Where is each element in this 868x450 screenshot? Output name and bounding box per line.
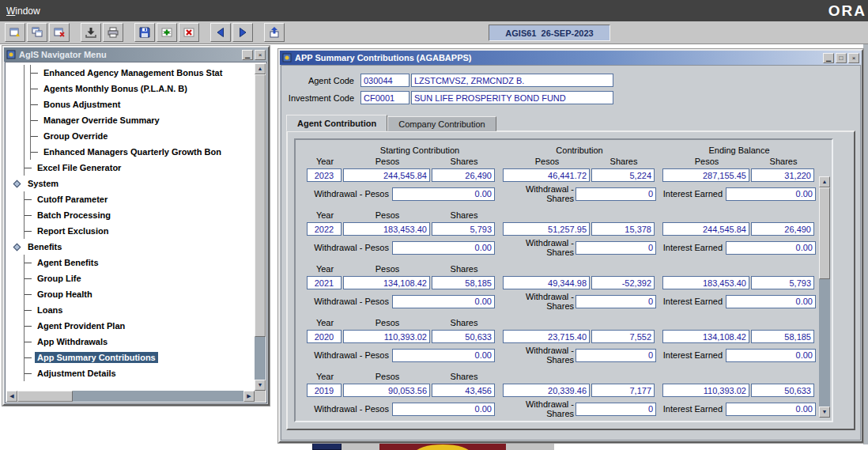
scrollbar-track[interactable] [17, 391, 243, 402]
starting-pesos-field[interactable]: 90,053.56 [343, 384, 430, 397]
starting-pesos-field[interactable]: 244,545.84 [343, 168, 430, 182]
ending-shares-field[interactable]: 50,633 [751, 384, 814, 397]
withdrawal-shares-field[interactable]: 0 [576, 241, 656, 255]
withdrawal-pesos-field[interactable]: 0.00 [392, 403, 495, 416]
contribution-pesos-field[interactable]: 51,257.95 [503, 222, 590, 236]
scroll-up-icon[interactable]: ▲ [255, 63, 266, 74]
contribution-shares-field[interactable]: 7,552 [591, 330, 655, 343]
ending-pesos-field[interactable]: 183,453.40 [662, 276, 749, 289]
tree-item-system[interactable]: System [8, 176, 253, 191]
scrollbar-thumb[interactable] [17, 391, 73, 402]
year-field[interactable]: 2019 [307, 384, 342, 397]
tree-item-group-life[interactable]: Group Life [25, 270, 253, 286]
ending-shares-field[interactable]: 31,220 [751, 168, 814, 182]
starting-shares-field[interactable]: 43,456 [432, 384, 495, 397]
scrollbar-track[interactable] [819, 187, 830, 407]
records-vertical-scrollbar[interactable]: ▲ ▼ [819, 176, 830, 418]
tree-item-agents-monthly-bonus[interactable]: Agents Monthly Bonus (P.L.A.N. B) [31, 81, 253, 96]
window-cascade-button[interactable] [27, 23, 47, 42]
tab-agent-contribution[interactable]: Agent Contribution [286, 115, 387, 131]
withdrawal-pesos-field[interactable]: 0.00 [392, 187, 495, 201]
tree-item-adjustment-details[interactable]: Adjustment Details [25, 365, 253, 381]
agent-code-field[interactable]: 030044 [360, 74, 409, 87]
tree-item-enhanced-managers-quarterly-growth-bonus[interactable]: Enhanced Managers Quarterly Growth Bon [31, 144, 253, 160]
interest-earned-field[interactable]: 0.00 [726, 295, 816, 308]
tree-item-benefits[interactable]: Benefits [8, 239, 253, 255]
ending-shares-field[interactable]: 26,490 [751, 222, 814, 236]
minimize-icon[interactable]: ▁ [823, 53, 834, 63]
starting-shares-field[interactable]: 26,490 [432, 168, 495, 182]
year-field[interactable]: 2020 [307, 330, 342, 343]
scroll-right-icon[interactable]: ▶ [243, 391, 255, 402]
window-new-button[interactable] [5, 23, 25, 42]
starting-shares-field[interactable]: 58,185 [432, 276, 495, 289]
starting-shares-field[interactable]: 50,633 [432, 330, 495, 343]
scroll-down-icon[interactable]: ▼ [819, 407, 830, 418]
tab-company-contribution[interactable]: Company Contribution [387, 116, 496, 131]
form-titlebar[interactable]: APP Summary Contributions (AGABAPPS) ▁ □… [280, 51, 862, 65]
close-icon[interactable]: × [255, 50, 266, 60]
insert-record-button[interactable] [157, 23, 177, 42]
save-button[interactable] [134, 23, 155, 42]
contribution-shares-field[interactable]: -52,392 [591, 276, 655, 289]
scrollbar-track[interactable] [255, 74, 266, 380]
tree-item-enhanced-agency-management-bonus-stat[interactable]: Enhanced Agency Management Bonus Stat [31, 65, 253, 81]
interest-earned-field[interactable]: 0.00 [726, 187, 816, 201]
expand-toggle-icon[interactable] [13, 180, 21, 187]
navigator-horizontal-scrollbar[interactable]: ◀ ▶ [6, 391, 255, 402]
scrollbar-thumb[interactable] [819, 187, 830, 279]
withdrawal-pesos-field[interactable]: 0.00 [392, 295, 495, 308]
ending-pesos-field[interactable]: 244,545.84 [662, 222, 749, 236]
tree-item-app-summary-contributions[interactable]: App Summary Contributions [25, 350, 253, 365]
withdrawal-shares-field[interactable]: 0 [576, 187, 656, 201]
navigator-titlebar[interactable]: AgIS Navigator Menu ▁ × [4, 47, 268, 62]
contribution-shares-field[interactable]: 7,177 [591, 384, 655, 397]
window-close-button[interactable] [49, 23, 70, 42]
starting-pesos-field[interactable]: 183,453.40 [343, 222, 430, 236]
year-field[interactable]: 2021 [307, 276, 342, 289]
tree-item-bonus-adjustment[interactable]: Bonus Adjustment [31, 96, 253, 112]
interest-earned-field[interactable]: 0.00 [726, 403, 816, 416]
withdrawal-pesos-field[interactable]: 0.00 [392, 241, 495, 255]
tree-item-cutoff-parameter[interactable]: Cutoff Parameter [25, 191, 253, 207]
minimize-icon[interactable]: ▁ [242, 50, 253, 60]
scroll-down-icon[interactable]: ▼ [255, 380, 266, 391]
investment-code-field[interactable]: CF0001 [360, 91, 409, 104]
tree-item-excel-file-generator[interactable]: Excel File Generator [25, 160, 253, 176]
close-icon[interactable]: × [848, 53, 859, 63]
menu-window[interactable]: Window [6, 6, 40, 17]
delete-record-button[interactable] [179, 23, 199, 42]
ending-shares-field[interactable]: 5,793 [751, 276, 814, 289]
contribution-shares-field[interactable]: 15,378 [591, 222, 655, 236]
year-field[interactable]: 2023 [307, 168, 342, 182]
ending-shares-field[interactable]: 58,185 [751, 330, 814, 343]
contribution-pesos-field[interactable]: 20,339.46 [503, 384, 590, 397]
navigator-vertical-scrollbar[interactable]: ▲ ▼ [255, 63, 266, 391]
tree-item-loans[interactable]: Loans [25, 302, 253, 318]
scrollbar-thumb[interactable] [255, 74, 266, 337]
withdrawal-shares-field[interactable]: 0 [576, 295, 656, 308]
tree-item-agent-provident-plan[interactable]: Agent Provident Plan [25, 318, 253, 334]
previous-record-button[interactable] [210, 23, 231, 42]
investment-name-field[interactable]: SUN LIFE PROSPERITY BOND FUND [411, 91, 613, 104]
ending-pesos-field[interactable]: 287,155.45 [662, 168, 749, 182]
withdrawal-pesos-field[interactable]: 0.00 [392, 349, 495, 362]
tree-item-batch-processing[interactable]: Batch Processing [25, 207, 253, 223]
tree-item-group-override[interactable]: Group Override [31, 128, 253, 144]
interest-earned-field[interactable]: 0.00 [726, 241, 816, 255]
agent-name-field[interactable]: LZSTCMVSZ, ZRMCNDZ B. [411, 74, 613, 87]
withdrawal-shares-field[interactable]: 0 [576, 403, 656, 416]
contribution-pesos-field[interactable]: 23,715.40 [503, 330, 590, 343]
contribution-shares-field[interactable]: 5,224 [591, 168, 655, 182]
tree-item-manager-override-summary[interactable]: Manager Override Summary [31, 112, 253, 128]
ending-pesos-field[interactable]: 110,393.02 [662, 384, 749, 397]
starting-pesos-field[interactable]: 134,108.42 [343, 276, 430, 289]
contribution-pesos-field[interactable]: 46,441.72 [503, 168, 590, 182]
year-field[interactable]: 2022 [307, 222, 342, 236]
tree-item-agent-benefits[interactable]: Agent Benefits [25, 255, 253, 270]
print-button[interactable] [103, 23, 123, 42]
next-record-button[interactable] [232, 23, 253, 42]
interest-earned-field[interactable]: 0.00 [726, 349, 816, 362]
exit-button[interactable] [264, 23, 285, 42]
withdrawal-shares-field[interactable]: 0 [576, 349, 656, 362]
